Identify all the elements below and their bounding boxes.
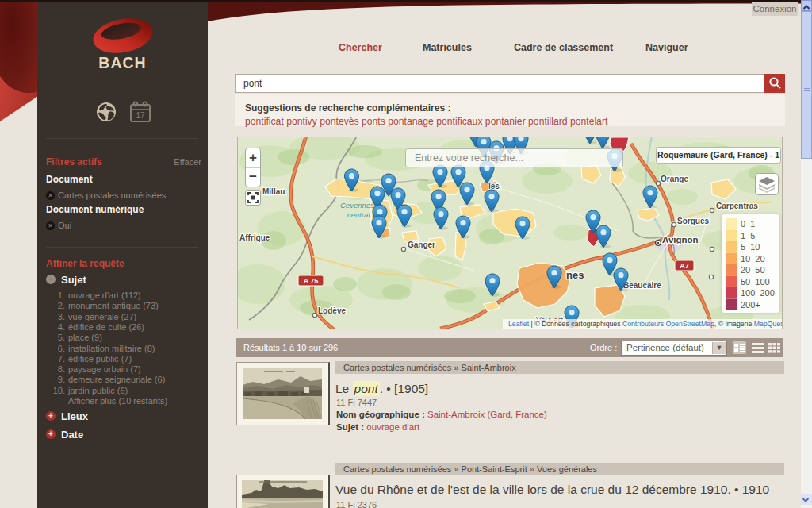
svg-text:Cevennes: Cevennes <box>340 201 374 210</box>
svg-text:100–200: 100–200 <box>741 288 775 298</box>
svg-text:10–20: 10–20 <box>741 254 765 264</box>
svg-text:nes: nes <box>566 269 584 281</box>
svg-text:Avignon: Avignon <box>662 235 699 244</box>
svg-text:central: central <box>347 210 370 219</box>
svg-text:A 75: A 75 <box>304 277 319 285</box>
svg-text:Orange: Orange <box>661 175 688 183</box>
svg-text:Beaucaire: Beaucaire <box>623 281 661 290</box>
svg-text:200+: 200+ <box>741 300 760 310</box>
svg-text:Affrique: Affrique <box>239 233 270 242</box>
svg-text:Lodève: Lodève <box>318 306 346 315</box>
svg-text:50–100: 50–100 <box>741 277 770 287</box>
svg-text:17: 17 <box>136 111 145 120</box>
svg-text:Millau: Millau <box>262 187 285 196</box>
svg-text:Leaflet | © Données cartograph: Leaflet | © Données cartographiques Cont… <box>508 320 782 328</box>
svg-text:A7: A7 <box>680 262 689 270</box>
svg-text:Sorgues: Sorgues <box>677 217 709 225</box>
svg-text:20–50: 20–50 <box>741 265 765 275</box>
svg-text:0–1: 0–1 <box>741 219 755 229</box>
svg-text:5–10: 5–10 <box>741 242 760 252</box>
svg-text:1–5: 1–5 <box>741 231 755 241</box>
svg-text:Carpentras: Carpentras <box>716 202 758 210</box>
svg-text:Ganger: Ganger <box>408 241 435 249</box>
